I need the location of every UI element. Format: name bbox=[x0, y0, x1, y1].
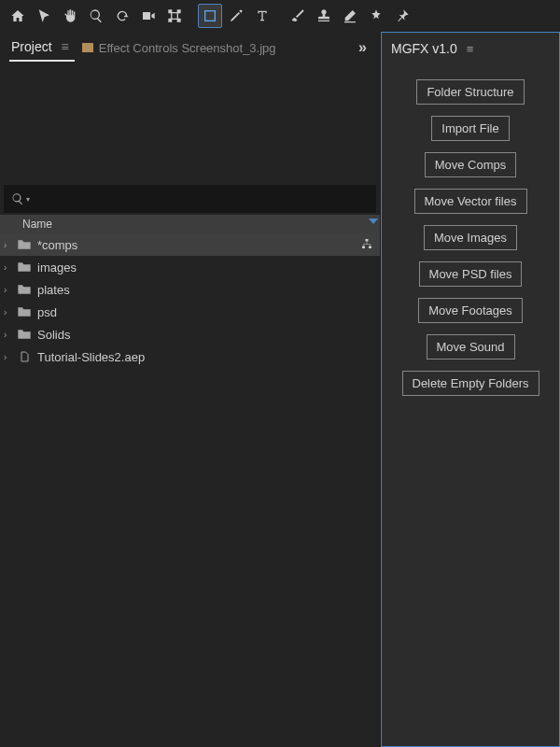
expand-icon[interactable]: › bbox=[4, 285, 11, 295]
svg-rect-3 bbox=[369, 246, 371, 248]
pin-icon[interactable] bbox=[390, 4, 414, 28]
chevron-down-icon: ▾ bbox=[26, 195, 30, 204]
tab-label: Effect Controls Screenshot_3.jpg bbox=[99, 41, 276, 55]
camera-icon[interactable] bbox=[136, 4, 161, 28]
project-item[interactable]: ›*comps bbox=[0, 233, 380, 256]
item-label: Tutorial-Slides2.aep bbox=[37, 350, 380, 364]
folder-icon bbox=[17, 329, 32, 340]
item-label: plates bbox=[37, 283, 380, 297]
type-icon[interactable] bbox=[250, 4, 274, 28]
expand-icon[interactable]: › bbox=[4, 307, 11, 317]
roto-icon[interactable] bbox=[364, 4, 388, 28]
zoom-icon[interactable] bbox=[84, 4, 108, 28]
project-item[interactable]: ›Solids bbox=[0, 323, 380, 345]
svg-rect-2 bbox=[362, 246, 365, 248]
mgfx-move-sound-button[interactable]: Move Sound bbox=[427, 334, 515, 359]
item-label: psd bbox=[37, 305, 380, 319]
mgfx-move-vector-files-button[interactable]: Move Vector files bbox=[414, 189, 527, 214]
mgfx-move-psd-files-button[interactable]: Move PSD files bbox=[419, 261, 523, 287]
folder-icon bbox=[17, 261, 32, 273]
panel-menu-icon[interactable]: ≡ bbox=[58, 39, 73, 54]
tab-effect-controls[interactable]: Effect Controls Screenshot_3.jpg bbox=[82, 41, 276, 55]
rectangle-icon[interactable] bbox=[198, 4, 222, 28]
mgfx-move-images-button[interactable]: Move Images bbox=[424, 225, 517, 250]
region-icon[interactable] bbox=[162, 4, 187, 28]
folder-icon bbox=[17, 284, 32, 295]
search-icon bbox=[11, 192, 24, 205]
selection-icon[interactable] bbox=[32, 4, 56, 28]
brush-icon[interactable] bbox=[286, 4, 310, 28]
project-item[interactable]: ›images bbox=[0, 256, 380, 278]
eraser-icon[interactable] bbox=[338, 4, 362, 28]
project-list: ›*comps›images›plates›psd›Solids›Tutoria… bbox=[0, 233, 380, 747]
flowchart-icon[interactable] bbox=[361, 238, 372, 252]
column-header-name[interactable]: Name bbox=[0, 215, 380, 233]
top-toolbar bbox=[0, 0, 560, 32]
hand-icon[interactable] bbox=[58, 4, 82, 28]
left-panel-tabs: Project ≡ Effect Controls Screenshot_3.j… bbox=[0, 32, 380, 63]
expand-icon[interactable]: › bbox=[4, 352, 11, 362]
mgfx-title: MGFX v1.0 bbox=[391, 41, 457, 56]
item-label: Solids bbox=[37, 328, 380, 342]
tabs-overflow-icon[interactable]: » bbox=[355, 39, 371, 56]
project-panel: Project ≡ Effect Controls Screenshot_3.j… bbox=[0, 32, 381, 747]
mgfx-panel: MGFX v1.0 ≡ Folder StructureImport FileM… bbox=[381, 32, 560, 747]
panel-menu-icon[interactable]: ≡ bbox=[467, 42, 474, 56]
tab-project[interactable]: Project ≡ bbox=[9, 34, 75, 62]
project-item[interactable]: ›plates bbox=[0, 278, 380, 301]
item-label: images bbox=[37, 261, 380, 275]
folder-icon bbox=[17, 239, 32, 250]
project-item[interactable]: ›Tutorial-Slides2.aep bbox=[0, 345, 380, 368]
mgfx-move-comps-button[interactable]: Move Comps bbox=[425, 152, 517, 177]
pen-icon[interactable] bbox=[224, 4, 248, 28]
project-preview-area bbox=[0, 63, 380, 185]
mgfx-folder-structure-button[interactable]: Folder Structure bbox=[416, 79, 524, 105]
orbit-icon[interactable] bbox=[110, 4, 134, 28]
mgfx-move-footages-button[interactable]: Move Footages bbox=[418, 298, 523, 323]
mgfx-panel-header: MGFX v1.0 ≡ bbox=[382, 33, 559, 64]
expand-icon[interactable]: › bbox=[4, 262, 11, 273]
stamp-icon[interactable] bbox=[312, 4, 336, 28]
expand-icon[interactable]: › bbox=[4, 330, 11, 340]
file-icon bbox=[17, 351, 32, 362]
svg-rect-0 bbox=[205, 11, 216, 21]
tab-label: Project bbox=[11, 39, 52, 54]
mgfx-import-file-button[interactable]: Import File bbox=[431, 116, 509, 141]
mgfx-button-list: Folder StructureImport FileMove CompsMov… bbox=[382, 64, 559, 411]
project-search[interactable]: ▾ bbox=[4, 185, 376, 213]
folder-icon bbox=[17, 306, 32, 317]
home-icon[interactable] bbox=[6, 4, 30, 28]
svg-rect-1 bbox=[366, 239, 369, 242]
mgfx-delete-empty-folders-button[interactable]: Delete Empty Folders bbox=[402, 371, 539, 396]
file-thumb-icon bbox=[82, 43, 93, 52]
project-item[interactable]: ›psd bbox=[0, 301, 380, 323]
item-label: *comps bbox=[37, 238, 356, 252]
expand-icon[interactable]: › bbox=[4, 240, 11, 250]
